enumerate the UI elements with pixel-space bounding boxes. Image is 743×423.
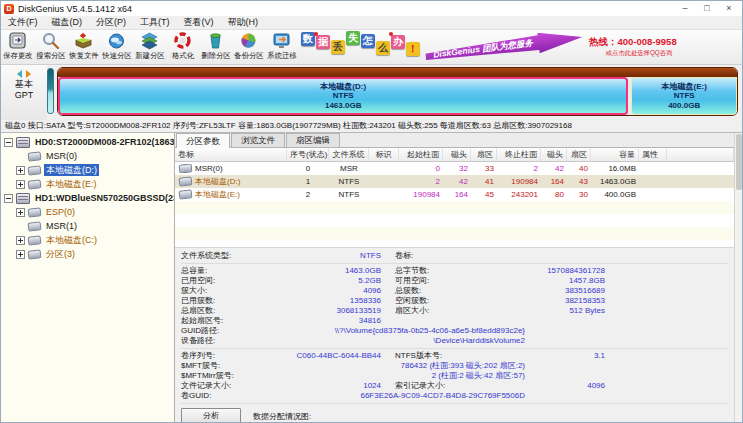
tree-item-esp0[interactable]: ESP(0) [1, 205, 174, 219]
table-row-local-e[interactable]: 本地磁盘(E:) 2 NTFS 190984 164 45 243201 80 … [175, 188, 734, 201]
promo-banner[interactable]: 数 据 丢 失 怎 么 办 ！ DiskGenius 团队为您服务 热线：400… [301, 30, 741, 64]
partition-icon [28, 151, 42, 161]
banner-tiles: 数 据 丢 失 怎 么 办 ！ [301, 29, 421, 65]
recover-files-button[interactable]: 恢复文件 [67, 30, 100, 64]
disk-band [58, 68, 737, 77]
banner-tile: 么 [376, 41, 390, 55]
system-migration-button[interactable]: 系统迁移 [265, 30, 298, 64]
banner-tile: 失 [346, 31, 360, 45]
menu-bar: 文件(F) 磁盘(D) 分区(P) 工具(T) 查看(V) 帮助(H) [1, 16, 742, 30]
table-empty-area [175, 201, 734, 248]
menu-view[interactable]: 查看(V) [177, 16, 221, 29]
maximize-button[interactable]: □ [696, 1, 718, 16]
tabs-bar: 分区参数 浏览文件 扇区编辑 [175, 133, 734, 148]
banner-tile: 怎 [361, 34, 375, 48]
format-icon [173, 31, 192, 50]
tree-item-msr1[interactable]: MSR(1) [1, 219, 174, 233]
partition-box-e[interactable]: 本地磁盘(E:) NTFS 400.0GB [631, 77, 737, 115]
detail-row: $MFTMirr簇号:2 (柱面:2 磁头:42 扇区:57) [181, 371, 734, 381]
disk-type-label: 基本 [15, 79, 33, 90]
partition-icon [179, 164, 193, 173]
menu-help[interactable]: 帮助(H) [221, 16, 266, 29]
quick-partition-icon [107, 31, 126, 50]
disk-map: 基本 GPT 本地磁盘(D:) NTFS 1463.0GB 本地磁盘(E:) N… [1, 65, 742, 120]
backup-partition-button[interactable]: 备份分区 [232, 30, 265, 64]
new-partition-button[interactable]: 新建分区 [133, 30, 166, 64]
hotline-number: 热线：400-008-9958 [589, 36, 677, 47]
delete-partition-button[interactable]: 删除分区 [199, 30, 232, 64]
detail-row: 起始扇区号:34816 [181, 316, 734, 326]
tree-item-hd0[interactable]: HD0:ST2000DM008-2FR102(1863GB) [1, 135, 174, 149]
menu-partition[interactable]: 分区(P) [89, 16, 133, 29]
divider [181, 348, 728, 349]
tree-item-partition3[interactable]: 分区(3) [1, 247, 174, 261]
menu-tools[interactable]: 工具(T) [133, 16, 177, 29]
collapse-icon[interactable] [4, 194, 13, 203]
quick-partition-button[interactable]: 快速分区 [100, 30, 133, 64]
partition-fs: NTFS [674, 91, 695, 101]
detail-row: 卷序列号:C060-44BC-6044-BB44 NTFS版本号:3.1 [181, 351, 734, 361]
partition-fs: NTFS [333, 91, 354, 101]
tab-partition-params[interactable]: 分区参数 [176, 133, 230, 148]
menu-file[interactable]: 文件(F) [1, 16, 45, 29]
menu-disk[interactable]: 磁盘(D) [45, 16, 90, 29]
expand-icon[interactable] [16, 250, 25, 259]
detail-row: 已用空间:5.2GB 可用空间:1457.8GB [181, 276, 734, 286]
tree-item-local-d[interactable]: 本地磁盘(D:) [1, 163, 174, 177]
title-bar: D DiskGenius V5.4.5.1412 x64 – □ × [1, 1, 742, 16]
backup-partition-icon [239, 31, 258, 50]
disk-map-scrollbar[interactable] [47, 68, 54, 114]
expand-icon[interactable] [16, 208, 25, 217]
table-row-local-d[interactable]: 本地磁盘(D:) 1 NTFS 2 42 41 190984 164 43 14… [175, 175, 734, 188]
detail-row: 文件记录大小:1024 索引记录大小:4096 [181, 381, 734, 391]
tree-item-msr0[interactable]: MSR(0) [1, 149, 174, 163]
banner-arrow: DiskGenius 团队为您服务 [424, 27, 583, 67]
detail-row: 文件系统类型:NTFS 卷标: [181, 251, 734, 261]
toolbar: 保存更改 搜索分区 恢复文件 快速分区 新建分区 格式化 删除分区 备份分区 [1, 30, 742, 65]
banner-tile: 丢 [331, 40, 345, 54]
collapse-icon[interactable] [4, 138, 13, 147]
tree-item-local-e[interactable]: 本地磁盘(E:) [1, 177, 174, 191]
table-row-msr0[interactable]: MSR(0) 0 MSR 0 32 33 2 42 40 16.0MB [175, 162, 734, 175]
expand-icon[interactable] [16, 166, 25, 175]
disk-icon [16, 137, 30, 148]
divider [181, 403, 728, 404]
tree-item-local-c[interactable]: 本地磁盘(C:) [1, 233, 174, 247]
close-button[interactable]: × [718, 1, 740, 16]
hotline-sub[interactable]: 或点击此处选择QQ咨询 [593, 48, 672, 58]
partition-icon [28, 249, 42, 259]
app-icon: D [4, 4, 14, 14]
expand-icon[interactable] [16, 180, 25, 189]
partition-table: 卷标 序号(状态) 文件系统 标识 起始柱面 磁头 扇区 终止柱面 磁头 扇区 … [175, 148, 734, 248]
banner-tile: 办 [391, 35, 405, 49]
expand-icon[interactable] [16, 236, 25, 245]
detail-row: 卷GUID:66F3E26A-9C09-4CD7-B4D8-29C769F550… [181, 391, 734, 401]
banner-tile: ！ [406, 42, 420, 56]
diskgenius-window: D DiskGenius V5.4.5.1412 x64 – □ × 文件(F)… [0, 0, 743, 423]
detail-row: 总容量:1463.0GB 总字节数:1570884361728 [181, 266, 734, 276]
detail-row: GUID路径:\\?\Volume{cd8375fa-0b25-4c06-a6e… [181, 326, 734, 336]
partition-icon [28, 221, 42, 231]
search-partition-button[interactable]: 搜索分区 [34, 30, 67, 64]
tab-browse-files[interactable]: 浏览文件 [231, 133, 285, 147]
partition-details: 文件系统类型:NTFS 卷标: 总容量:1463.0GB 总字节数:157088… [175, 248, 734, 422]
format-button[interactable]: 格式化 [166, 30, 199, 64]
analyze-button[interactable]: 分析 [181, 408, 241, 422]
scrollbar-thumb[interactable] [736, 134, 742, 190]
window-title: DiskGenius V5.4.5.1412 x64 [18, 4, 674, 14]
next-disk-arrow-icon[interactable] [26, 70, 31, 78]
vertical-scrollbar[interactable] [734, 133, 742, 422]
tree-item-hd1[interactable]: HD1:WDBlueSN570250GBSSD(233GB) [1, 191, 174, 205]
prev-disk-arrow-icon[interactable] [17, 70, 22, 78]
partition-name: 本地磁盘(D:) [320, 82, 366, 92]
detail-row: 总扇区数:3068133519 扇区大小:512 Bytes [181, 306, 734, 316]
partition-icon [28, 207, 42, 217]
partition-box-d[interactable]: 本地磁盘(D:) NTFS 1463.0GB [58, 77, 628, 115]
banner-tile: 数 [301, 32, 315, 46]
new-partition-icon [140, 31, 159, 50]
minimize-button[interactable]: – [674, 1, 696, 16]
save-changes-button[interactable]: 保存更改 [1, 30, 34, 64]
recover-files-icon [74, 31, 93, 50]
tab-sector-edit[interactable]: 扇区编辑 [286, 133, 340, 147]
detail-row: 簇大小:4096 总簇数:383516689 [181, 286, 734, 296]
